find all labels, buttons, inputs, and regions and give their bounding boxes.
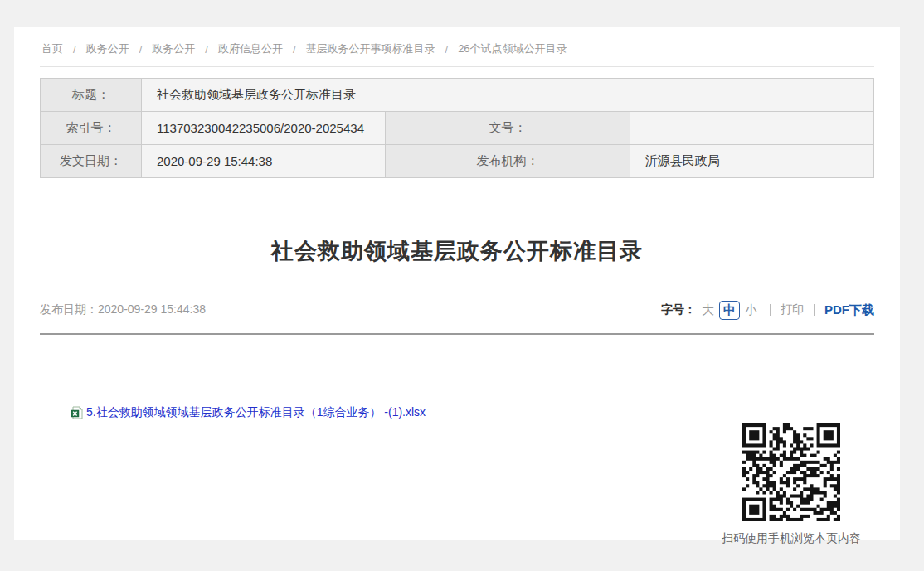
table-row: 索引号： 113703230042235006/2020-2025434 文号：	[41, 112, 874, 145]
breadcrumb-divider	[40, 66, 874, 67]
meta-title-value: 社会救助领域基层政务公开标准目录	[142, 79, 874, 112]
table-row: 发文日期： 2020-09-29 15:44:38 发布机构： 沂源县民政局	[41, 145, 874, 178]
font-size-small-button[interactable]: 小	[745, 302, 757, 318]
attachment-link[interactable]: 5.社会救助领域领域基层政务公开标准目录（1综合业务） -(1).xlsx	[71, 405, 426, 420]
meta-docnum-value	[630, 112, 873, 145]
excel-file-icon	[71, 406, 84, 419]
breadcrumb-item-pilot-catalog[interactable]: 26个试点领域公开目录	[458, 41, 567, 56]
breadcrumb: 首页 / 政务公开 / 政务公开 / 政府信息公开 / 基层政务公开事项标准目录…	[40, 27, 874, 66]
meta-title-label: 标题：	[41, 79, 142, 112]
table-row: 标题： 社会救助领域基层政务公开标准目录	[41, 79, 874, 112]
breadcrumb-separator: /	[139, 43, 143, 56]
article-meta-row: 发布日期：2020-09-29 15:44:38 字号： 大 中 小 打印 PD…	[40, 299, 874, 321]
font-size-medium-button[interactable]: 中	[719, 301, 740, 320]
qr-caption: 扫码使用手机浏览本页内容	[708, 531, 874, 546]
publish-date: 发布日期：2020-09-29 15:44:38	[40, 302, 206, 317]
breadcrumb-separator: /	[293, 43, 296, 56]
article-body: 5.社会救助领域领域基层政务公开标准目录（1综合业务） -(1).xlsx 扫码…	[40, 335, 874, 546]
meta-index-value: 113703230042235006/2020-2025434	[142, 112, 386, 145]
meta-issue-date-label: 发文日期：	[41, 145, 142, 178]
attachment-filename: 5.社会救助领域领域基层政务公开标准目录（1综合业务） -(1).xlsx	[86, 405, 426, 420]
meta-issue-date-value: 2020-09-29 15:44:38	[142, 145, 386, 178]
print-button[interactable]: 打印	[781, 302, 804, 317]
content-card: 首页 / 政务公开 / 政务公开 / 政府信息公开 / 基层政务公开事项标准目录…	[14, 27, 900, 540]
meta-agency-value: 沂源县民政局	[630, 145, 873, 178]
breadcrumb-item-zhengwu-1[interactable]: 政务公开	[86, 41, 129, 56]
pdf-download-button[interactable]: PDF下载	[824, 302, 874, 318]
page-title: 社会救助领域基层政务公开标准目录	[40, 236, 874, 266]
breadcrumb-item-zhengwu-2[interactable]: 政务公开	[152, 41, 195, 56]
document-meta-table: 标题： 社会救助领域基层政务公开标准目录 索引号： 11370323004223…	[40, 78, 874, 178]
qr-block: 扫码使用手机浏览本页内容	[708, 423, 874, 546]
attachment-block: 5.社会救助领域领域基层政务公开标准目录（1综合业务） -(1).xlsx	[40, 405, 426, 423]
meta-docnum-label: 文号：	[386, 112, 630, 145]
article-controls: 字号： 大 中 小 打印 PDF下载	[661, 301, 874, 320]
breadcrumb-separator: /	[205, 43, 208, 56]
breadcrumb-item-gov-info[interactable]: 政府信息公开	[218, 41, 283, 56]
breadcrumb-separator: /	[73, 43, 76, 56]
separator	[770, 304, 771, 316]
qr-code	[742, 423, 840, 521]
meta-agency-label: 发布机构：	[386, 145, 630, 178]
breadcrumb-item-standard-catalog[interactable]: 基层政务公开事项标准目录	[306, 41, 435, 56]
font-size-large-button[interactable]: 大	[702, 302, 714, 318]
breadcrumb-item-home[interactable]: 首页	[41, 41, 63, 56]
breadcrumb-separator: /	[445, 43, 449, 56]
separator	[814, 304, 815, 316]
meta-index-label: 索引号：	[41, 112, 142, 145]
font-size-label: 字号：	[661, 302, 696, 317]
